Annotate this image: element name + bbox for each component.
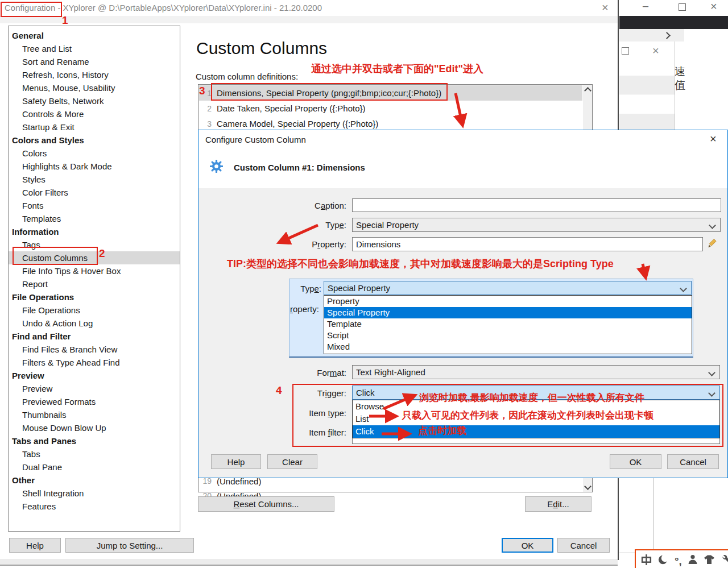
property-label: Property:	[244, 239, 346, 249]
dialog-help-button[interactable]: Help	[211, 454, 261, 469]
sidebar-item[interactable]: Preview	[9, 382, 180, 395]
window-close-icon[interactable]: ×	[602, 2, 609, 13]
sidebar-item[interactable]: Thumbnails	[9, 408, 180, 421]
sidebar-item[interactable]: Styles	[9, 173, 180, 186]
dialog-clear-button[interactable]: Clear	[267, 454, 317, 469]
list-item[interactable]: 3 Camera Model, Special Property ({:Phot…	[199, 116, 582, 131]
sidebar-item[interactable]: Safety Belts, Network	[9, 94, 180, 107]
sidebar-item[interactable]: Custom Columns	[9, 251, 180, 264]
sidebar-item[interactable]: Undo & Action Log	[9, 317, 180, 330]
dialog-close-icon[interactable]: ×	[710, 132, 717, 146]
scroll-down-icon[interactable]	[583, 482, 592, 492]
bg-band	[619, 76, 675, 94]
sidebar-item[interactable]: Templates	[9, 212, 180, 225]
ime-chinese-mode-icon[interactable]	[640, 554, 652, 568]
sidebar-item[interactable]: Highlights & Dark Mode	[9, 160, 180, 173]
row-text: Dimensions, Special Property (png;gif;bm…	[217, 88, 441, 98]
sidebar-item[interactable]: Other	[9, 474, 180, 487]
sidebar-item[interactable]: General	[9, 29, 180, 42]
ime-punctuation-icon[interactable]: °,	[675, 555, 682, 566]
scroll-up-icon[interactable]	[583, 85, 592, 94]
reset-columns-button[interactable]: Reset Columns...	[198, 496, 334, 512]
inset-type-label: Type:	[289, 284, 321, 293]
annotation-step-1: 1	[62, 14, 68, 27]
sidebar-item[interactable]: Refresh, Icons, History	[9, 68, 180, 81]
sidebar-item[interactable]: Find Files & Branch View	[9, 343, 180, 356]
dropdown-option[interactable]: Mixed	[324, 341, 692, 353]
bg-toolbar-strip	[619, 29, 684, 42]
sidebar-item[interactable]: Tree and List	[9, 42, 180, 55]
annotation-step-3: 3	[199, 85, 205, 97]
sidebar-item[interactable]: Information	[9, 225, 180, 238]
sidebar-item[interactable]: Startup & Exit	[9, 121, 180, 134]
ime-person-icon[interactable]	[687, 554, 698, 567]
sidebar-item[interactable]: File Operations	[9, 304, 180, 317]
edit-pencil-icon[interactable]	[706, 238, 717, 251]
dropdown-option[interactable]: Special Property	[324, 307, 692, 318]
edit-button[interactable]: Edit...	[525, 496, 592, 512]
sidebar-item[interactable]: Colors and Styles	[9, 134, 180, 147]
type-combobox[interactable]: Special Property	[352, 218, 721, 232]
sidebar-item[interactable]: Find and Filter	[9, 330, 180, 343]
property-input[interactable]: Dimensions	[352, 237, 703, 251]
type-dropdown-inset: Type: Special Property roperty: Property…	[289, 279, 693, 358]
sidebar-item[interactable]: File Operations	[9, 291, 180, 304]
annotation-click-note: 点击时加载	[418, 424, 466, 437]
ok-button[interactable]: OK	[502, 538, 553, 553]
sidebar-item[interactable]: Shell Integration	[9, 487, 180, 500]
sidebar-item[interactable]: Mouse Down Blow Up	[9, 421, 180, 434]
dialog-ok-button[interactable]: OK	[610, 454, 661, 469]
sidebar-item[interactable]: Tabs	[9, 447, 180, 461]
bg-close-icon[interactable]: ×	[710, 1, 717, 12]
inset-property-partial-label: roperty:	[290, 304, 321, 314]
sidebar-item[interactable]: Dual Pane	[9, 461, 180, 474]
window-bottom-edge	[0, 565, 618, 566]
sidebar-item[interactable]: Sort and Rename	[9, 55, 180, 68]
bg-maximize-icon[interactable]	[679, 3, 686, 11]
help-button[interactable]: Help	[9, 538, 61, 553]
cancel-button[interactable]: Cancel	[557, 538, 610, 553]
ime-skin-icon[interactable]	[704, 554, 715, 567]
sidebar-item[interactable]: Features	[9, 500, 180, 513]
ime-wrench-icon[interactable]	[720, 554, 728, 567]
bg-minimize-icon[interactable]: –	[643, 0, 648, 12]
list-label: Custom column definitions:	[196, 72, 298, 81]
list-item[interactable]: 1 Dimensions, Special Property (png;gif;…	[199, 85, 582, 101]
sidebar-item[interactable]: Menus, Mouse, Usability	[9, 81, 180, 94]
sidebar-item[interactable]: Colors	[9, 147, 180, 160]
sidebar-item[interactable]: Preview	[9, 369, 180, 382]
dialog-cancel-button[interactable]: Cancel	[667, 454, 719, 469]
dropdown-option[interactable]: Script	[324, 330, 692, 341]
chevron-right-icon[interactable]	[663, 32, 671, 39]
item-filter-input-sliver	[352, 438, 720, 444]
jump-to-setting-button[interactable]: Jump to Setting...	[65, 538, 194, 553]
dropdown-option[interactable]: Property	[324, 296, 692, 307]
caption-label: Caption:	[244, 201, 346, 210]
bg-band	[619, 114, 675, 130]
list-item[interactable]: 2 Date Taken, Special Property ({:Photo}…	[199, 101, 582, 116]
dialog-title: Configure Custom Column	[205, 135, 306, 144]
ime-moon-icon[interactable]	[657, 554, 669, 568]
bg-small-close-icon[interactable]: ×	[652, 45, 659, 56]
bg-small-window: ×	[619, 42, 675, 130]
inset-type-combobox[interactable]: Special Property	[324, 281, 692, 295]
sidebar-item[interactable]: Report	[9, 277, 180, 291]
caption-input[interactable]	[352, 198, 721, 212]
annotation-browse-note: 浏览时加载,最影响加载速度，但一次性载入所有文件	[419, 391, 644, 404]
row-number: 3	[199, 119, 212, 128]
sidebar-item[interactable]: Controls & More	[9, 107, 180, 121]
sidebar-item[interactable]: Filters & Type Ahead Find	[9, 356, 180, 369]
sidebar-item[interactable]: Tags	[9, 238, 180, 251]
annotation-step-4: 4	[276, 384, 282, 397]
bg-window-edge	[653, 478, 653, 553]
sidebar-item[interactable]: Color Filters	[9, 186, 180, 199]
sidebar-item[interactable]: Previewed Formats	[9, 395, 180, 408]
sidebar-item[interactable]: Tabs and Panes	[9, 434, 180, 447]
sidebar-item[interactable]: File Info Tips & Hover Box	[9, 264, 180, 277]
dropdown-option[interactable]: Template	[324, 318, 692, 330]
type-label: Type:	[244, 220, 346, 230]
format-combobox[interactable]: Text Right-Aligned	[352, 365, 720, 379]
sidebar-item[interactable]: Fonts	[9, 199, 180, 212]
bg-small-maximize-icon[interactable]	[622, 47, 629, 55]
dropdown-option[interactable]: Click	[353, 425, 719, 438]
